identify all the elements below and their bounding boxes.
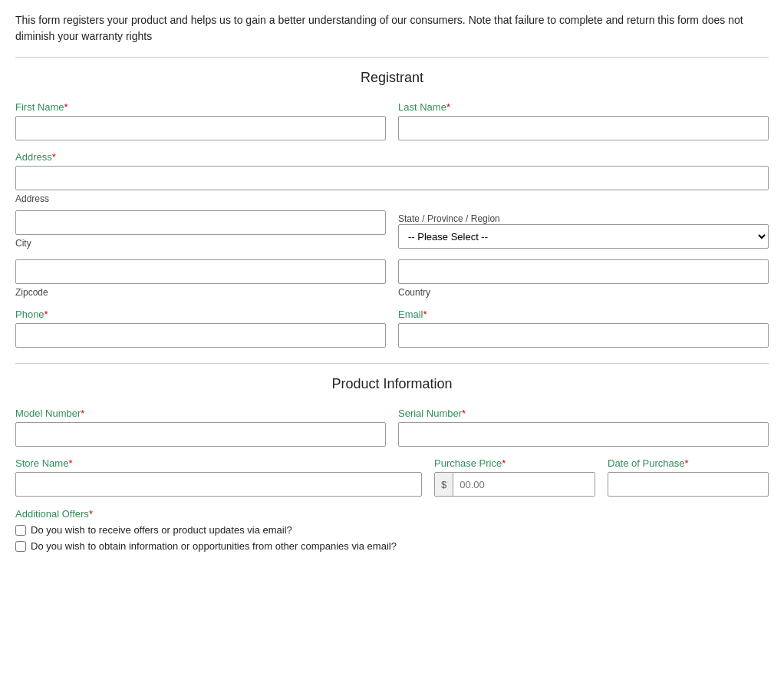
last-name-group: Last Name* [398, 101, 769, 140]
state-sub-label: State / Province / Region [398, 213, 769, 224]
offer-checkbox-2[interactable] [15, 541, 26, 552]
additional-offers-checkboxes: Do you wish to receive offers or product… [15, 524, 769, 552]
offer-checkbox-item-1: Do you wish to receive offers or product… [15, 524, 769, 536]
country-input[interactable] [398, 259, 769, 284]
registrant-section-title: Registrant [15, 70, 769, 86]
zipcode-input[interactable] [15, 259, 386, 284]
name-row: First Name* Last Name* [15, 101, 769, 140]
purchase-price-input[interactable] [453, 473, 595, 496]
store-name-input[interactable] [15, 472, 422, 497]
store-name-label: Store Name* [15, 457, 422, 469]
country-sub-label: Country [398, 287, 769, 298]
purchase-price-label: Purchase Price* [434, 457, 595, 469]
date-of-purchase-group: Date of Purchase* [608, 457, 769, 497]
first-name-input[interactable] [15, 116, 386, 140]
date-of-purchase-label: Date of Purchase* [608, 457, 769, 469]
store-name-group: Store Name* [15, 457, 422, 497]
date-of-purchase-input[interactable] [608, 472, 769, 497]
city-input[interactable] [15, 210, 386, 235]
store-price-date-row: Store Name* Purchase Price* $ Date of Pu… [15, 457, 769, 497]
purchase-price-group: Purchase Price* $ [434, 457, 595, 497]
serial-number-input[interactable] [398, 422, 769, 447]
city-group: City [15, 210, 386, 249]
city-state-row: City State / Province / Region -- Please… [15, 210, 769, 249]
address-sub-label: Address [15, 193, 769, 204]
model-number-group: Model Number* [15, 408, 386, 447]
zipcode-sub-label: Zipcode [15, 287, 386, 298]
phone-email-row: Phone* Email* [15, 309, 769, 348]
country-group: Country [398, 259, 769, 298]
email-label: Email* [398, 309, 769, 320]
additional-offers-section: Additional Offers* Do you wish to receiv… [15, 507, 769, 552]
section-divider-product [15, 363, 769, 364]
offer-checkbox-label-2: Do you wish to obtain information or opp… [31, 540, 397, 552]
serial-number-label: Serial Number* [398, 408, 769, 419]
additional-offers-label: Additional Offers* [15, 508, 93, 520]
first-name-label: First Name* [15, 101, 386, 113]
model-serial-row: Model Number* Serial Number* [15, 408, 769, 447]
offer-checkbox-label-1: Do you wish to receive offers or product… [31, 524, 292, 536]
offer-checkbox-item-2: Do you wish to obtain information or opp… [15, 540, 769, 552]
last-name-input[interactable] [398, 116, 769, 140]
city-sub-label: City [15, 238, 386, 249]
phone-group: Phone* [15, 309, 386, 348]
price-input-wrapper: $ [434, 472, 595, 497]
product-section-title: Product Information [15, 376, 769, 392]
zip-country-row: Zipcode Country [15, 259, 769, 298]
section-divider-registrant [15, 57, 769, 58]
price-prefix: $ [435, 473, 453, 496]
phone-label: Phone* [15, 309, 386, 320]
state-group: State / Province / Region -- Please Sele… [398, 210, 769, 249]
model-number-input[interactable] [15, 422, 386, 447]
model-number-label: Model Number* [15, 408, 386, 419]
serial-number-group: Serial Number* [398, 408, 769, 447]
last-name-label: Last Name* [398, 101, 769, 113]
address-group: Address* Address [15, 151, 769, 204]
first-name-group: First Name* [15, 101, 386, 140]
zipcode-group: Zipcode [15, 259, 386, 298]
product-section: Product Information Model Number* Serial… [15, 376, 769, 552]
email-group: Email* [398, 309, 769, 348]
address-label: Address* [15, 151, 769, 163]
state-select[interactable]: -- Please Select -- [398, 224, 769, 249]
intro-text: This form registers your product and hel… [15, 12, 769, 45]
phone-input[interactable] [15, 323, 386, 348]
address-input[interactable] [15, 166, 769, 190]
offer-checkbox-1[interactable] [15, 525, 26, 536]
email-input[interactable] [398, 323, 769, 348]
